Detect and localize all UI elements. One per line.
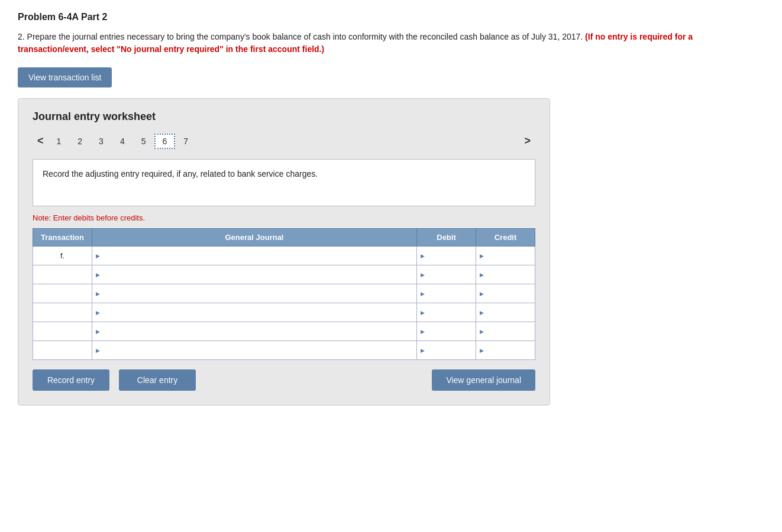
worksheet-title: Journal entry worksheet <box>33 111 535 123</box>
col-header-journal: General Journal <box>92 229 417 246</box>
debit-input-5[interactable] <box>422 327 471 336</box>
tab-6[interactable]: 6 <box>154 134 176 149</box>
problem-title: Problem 6-4A Part 2 <box>18 12 764 22</box>
credit-input-3[interactable] <box>481 289 530 298</box>
debit-input-3[interactable] <box>422 289 471 298</box>
tab-3[interactable]: 3 <box>91 134 112 149</box>
tab-7[interactable]: 7 <box>175 134 196 149</box>
tab-next-arrow[interactable]: > <box>519 132 535 150</box>
journal-cell-5[interactable] <box>92 322 417 341</box>
credit-input-2[interactable] <box>481 270 530 279</box>
tab-4[interactable]: 4 <box>112 134 133 149</box>
journal-cell-6[interactable] <box>92 341 417 360</box>
journal-input-4[interactable] <box>97 308 412 317</box>
debit-cell-1[interactable] <box>417 246 476 265</box>
problem-description: 2. Prepare the journal entries necessary… <box>18 31 763 56</box>
credit-cell-3[interactable] <box>476 284 535 303</box>
credit-cell-2[interactable] <box>476 265 535 284</box>
debit-input-2[interactable] <box>422 270 471 279</box>
journal-input-6[interactable] <box>97 346 412 355</box>
journal-input-1[interactable] <box>97 251 412 260</box>
credit-cell-6[interactable] <box>476 341 535 360</box>
journal-input-5[interactable] <box>97 327 412 336</box>
clear-entry-button[interactable]: Clear entry <box>119 369 196 391</box>
journal-cell-4[interactable] <box>92 303 417 322</box>
debit-input-1[interactable] <box>422 251 471 260</box>
tab-prev-arrow[interactable]: < <box>33 132 49 150</box>
transaction-cell-2 <box>33 265 92 284</box>
table-row <box>33 303 535 322</box>
credit-cell-1[interactable] <box>476 246 535 265</box>
credit-input-4[interactable] <box>481 308 530 317</box>
credit-cell-5[interactable] <box>476 322 535 341</box>
debit-cell-5[interactable] <box>417 322 476 341</box>
tab-5[interactable]: 5 <box>133 134 154 149</box>
table-row: f. <box>33 246 535 265</box>
col-header-credit: Credit <box>476 229 535 246</box>
debit-cell-4[interactable] <box>417 303 476 322</box>
instruction-text: Record the adjusting entry required, if … <box>43 169 318 179</box>
credit-input-1[interactable] <box>481 251 530 260</box>
transaction-cell-6 <box>33 341 92 360</box>
view-general-journal-button[interactable]: View general journal <box>432 369 535 391</box>
credit-cell-4[interactable] <box>476 303 535 322</box>
col-header-transaction: Transaction <box>33 229 92 246</box>
debit-cell-3[interactable] <box>417 284 476 303</box>
debit-cell-6[interactable] <box>417 341 476 360</box>
debit-input-6[interactable] <box>422 346 471 355</box>
credit-input-5[interactable] <box>481 327 530 336</box>
button-row: Record entry Clear entry View general jo… <box>33 369 535 391</box>
journal-input-2[interactable] <box>97 270 412 279</box>
journal-cell-2[interactable] <box>92 265 417 284</box>
tab-navigation: < 1 2 3 4 5 6 7 > <box>33 132 535 150</box>
journal-input-3[interactable] <box>97 289 412 298</box>
tab-1[interactable]: 1 <box>49 134 70 149</box>
table-row <box>33 284 535 303</box>
journal-cell-3[interactable] <box>92 284 417 303</box>
description-plain: 2. Prepare the journal entries necessary… <box>18 32 585 41</box>
debit-input-4[interactable] <box>422 308 471 317</box>
view-transaction-list-button[interactable]: View transaction list <box>18 67 112 87</box>
tab-2[interactable]: 2 <box>69 134 91 149</box>
instruction-box: Record the adjusting entry required, if … <box>33 159 535 206</box>
record-entry-button[interactable]: Record entry <box>33 369 109 391</box>
journal-table: Transaction General Journal Debit Credit… <box>33 228 535 360</box>
transaction-cell-5 <box>33 322 92 341</box>
transaction-cell-4 <box>33 303 92 322</box>
credit-input-6[interactable] <box>481 346 530 355</box>
col-header-debit: Debit <box>417 229 476 246</box>
table-row <box>33 322 535 341</box>
journal-cell-1[interactable] <box>92 246 417 265</box>
transaction-cell-3 <box>33 284 92 303</box>
note-text: Note: Enter debits before credits. <box>33 213 535 222</box>
worksheet-container: Journal entry worksheet < 1 2 3 4 5 6 7 … <box>18 98 550 406</box>
table-row <box>33 341 535 360</box>
transaction-cell-1: f. <box>33 246 92 265</box>
debit-cell-2[interactable] <box>417 265 476 284</box>
table-row <box>33 265 535 284</box>
